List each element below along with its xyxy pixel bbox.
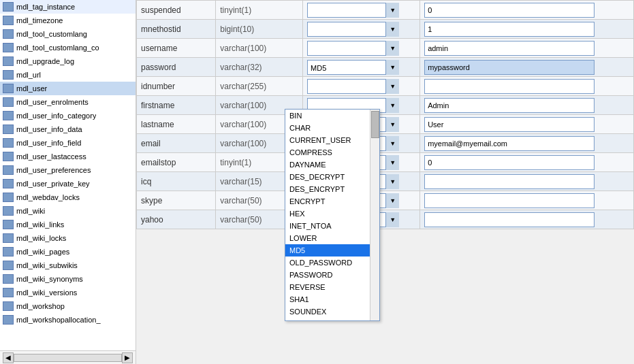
field-type: bigint(10) [216, 20, 303, 39]
sidebar-item-label: mdl_user_private_key [16, 180, 90, 188]
sidebar-item-mdl_user_preferences[interactable]: mdl_user_preferences [0, 163, 136, 177]
dropdown-option[interactable]: DAYNAME [285, 159, 379, 171]
sidebar-item-label: mdl_user_info_field [16, 139, 81, 147]
field-name: lastname [137, 115, 216, 134]
sidebar-item-mdl_user[interactable]: mdl_user [0, 82, 136, 95]
dropdown-option[interactable]: BIN [285, 110, 379, 122]
field-value-input[interactable] [424, 41, 595, 56]
table-row: emailvarchar(100)▼ [137, 134, 634, 153]
field-name: email [137, 134, 216, 153]
sidebar-scrollbar[interactable] [14, 354, 122, 362]
dropdown-option[interactable]: ENCRYPT [285, 195, 379, 208]
sidebar-item-mdl_timezone[interactable]: mdl_timezone [0, 14, 136, 27]
dropdown-display[interactable] [307, 22, 399, 37]
dropdown-display[interactable]: MD5 [307, 60, 399, 75]
field-function-dropdown[interactable]: ▼ [303, 1, 420, 20]
table-row: mnethostidbigint(10)▼ [137, 20, 634, 39]
sidebar-item-mdl_user_enrolments[interactable]: mdl_user_enrolments [0, 95, 136, 109]
table-icon [3, 84, 14, 93]
field-value-input[interactable] [424, 60, 595, 75]
sidebar-item-mdl_upgrade_log[interactable]: mdl_upgrade_log [0, 54, 136, 68]
field-function-dropdown[interactable]: ▼ [303, 20, 420, 39]
sidebar-item-mdl_wiki_subwikis[interactable]: mdl_wiki_subwikis [0, 259, 136, 272]
sidebar-item-mdl_wiki_pages[interactable]: mdl_wiki_pages [0, 245, 136, 259]
field-value-input[interactable] [424, 155, 595, 170]
table-row: skypevarchar(50)▼ [137, 191, 634, 210]
dropdown-option[interactable]: COMPRESS [285, 146, 379, 159]
table-icon [3, 301, 14, 311]
table-row: emailstoptinyint(1)▼ [137, 153, 634, 172]
table-icon [3, 261, 14, 270]
sidebar-item-mdl_wiki_synonyms[interactable]: mdl_wiki_synonyms [0, 272, 136, 286]
field-value-input[interactable] [424, 22, 595, 37]
sidebar-item-label: mdl_wiki_pages [16, 248, 69, 256]
dropdown-option[interactable]: HEX [285, 208, 379, 220]
field-value-input[interactable] [424, 212, 595, 227]
field-function-dropdown[interactable]: ▼ [303, 39, 420, 58]
dropdown-option[interactable]: CHAR [285, 122, 379, 134]
sidebar-item-mdl_user_info_data[interactable]: mdl_user_info_data [0, 122, 136, 136]
table-row: usernamevarchar(100)▼ [137, 39, 634, 58]
sidebar-item-mdl_wiki_locks[interactable]: mdl_wiki_locks [0, 231, 136, 245]
sidebar-item-mdl_user_lastaccess[interactable]: mdl_user_lastaccess [0, 150, 136, 163]
sidebar-item-mdl_webdav_locks[interactable]: mdl_webdav_locks [0, 191, 136, 204]
field-name: firstname [137, 96, 216, 115]
field-value-input[interactable] [424, 136, 595, 151]
field-name: icq [137, 172, 216, 191]
dropdown-option[interactable]: PASSWORD [285, 269, 379, 281]
table-area: suspendedtinyint(1)▼mnethostidbigint(10)… [136, 0, 634, 364]
dropdown-option[interactable]: CURRENT_USER [285, 134, 379, 146]
dropdown-option[interactable]: SOUNDEX [285, 305, 379, 318]
dropdown-option[interactable]: SPACE [285, 318, 379, 320]
sidebar-item-mdl_workshop[interactable]: mdl_workshop [0, 299, 136, 313]
dropdown-option[interactable]: MD5 [285, 244, 379, 257]
main-panel: suspendedtinyint(1)▼mnethostidbigint(10)… [136, 0, 634, 364]
field-function-dropdown[interactable]: MD5▼ [303, 58, 420, 77]
sidebar-item-mdl_tool_customlang_co[interactable]: mdl_tool_customlang_co [0, 41, 136, 54]
sidebar-item-mdl_tool_customlang[interactable]: mdl_tool_customlang [0, 27, 136, 41]
dropdown-option[interactable]: DES_DECRYPT [285, 171, 379, 183]
field-function-dropdown[interactable]: ▼ [303, 77, 420, 96]
sidebar-item-mdl_user_info_category[interactable]: mdl_user_info_category [0, 109, 136, 122]
function-dropdown-list[interactable]: BINCHARCURRENT_USERCOMPRESSDAYNAMEDES_DE… [285, 109, 380, 321]
dropdown-scrollbar-track[interactable] [370, 110, 379, 320]
sidebar-item-mdl_tag_instance[interactable]: mdl_tag_instance [0, 0, 136, 14]
table-row: passwordvarchar(32)MD5▼ [137, 58, 634, 77]
table-row: yahoovarchar(50)▼ [137, 210, 634, 229]
field-value-input[interactable] [424, 117, 595, 132]
field-value-input[interactable] [424, 98, 595, 113]
sidebar-item-label: mdl_wiki_versions [16, 288, 77, 297]
field-name: yahoo [137, 210, 216, 229]
dropdown-wrapper: ▼ [307, 22, 399, 37]
sidebar-item-mdl_workshopallocation_[interactable]: mdl_workshopallocation_ [0, 313, 136, 327]
dropdown-option[interactable]: LOWER [285, 232, 379, 244]
table-row: lastnamevarchar(100)▼ [137, 115, 634, 134]
field-value-cell [420, 20, 634, 39]
sidebar-item-mdl_wiki_links[interactable]: mdl_wiki_links [0, 218, 136, 231]
dropdown-display[interactable] [307, 41, 399, 56]
dropdown-wrapper: MD5▼ [307, 60, 399, 75]
dropdown-display[interactable] [307, 3, 399, 18]
dropdown-option[interactable]: OLD_PASSWORD [285, 257, 379, 269]
table-row: idnumbervarchar(255)▼ [137, 77, 634, 96]
sidebar-item-mdl_url[interactable]: mdl_url [0, 68, 136, 82]
dropdown-option[interactable]: DES_ENCRYPT [285, 183, 379, 195]
sidebar-item-mdl_wiki_versions[interactable]: mdl_wiki_versions [0, 286, 136, 299]
sidebar-item-label: mdl_timezone [16, 16, 63, 24]
dropdown-option[interactable]: SHA1 [285, 293, 379, 305]
field-value-input[interactable] [424, 193, 595, 208]
table-icon [3, 138, 14, 148]
sidebar-item-mdl_wiki[interactable]: mdl_wiki [0, 204, 136, 218]
sidebar-scroll-right[interactable]: ▶ [122, 352, 133, 363]
sidebar-item-mdl_user_private_key[interactable]: mdl_user_private_key [0, 177, 136, 191]
sidebar-item-mdl_user_info_field[interactable]: mdl_user_info_field [0, 136, 136, 150]
field-value-input[interactable] [424, 174, 595, 189]
dropdown-option[interactable]: REVERSE [285, 281, 379, 293]
sidebar-scroll-left[interactable]: ◀ [3, 352, 14, 363]
field-value-input[interactable] [424, 3, 595, 18]
dropdown-display[interactable] [307, 79, 399, 94]
dropdown-wrapper: ▼ [307, 3, 399, 18]
dropdown-scrollbar-thumb[interactable] [371, 111, 379, 138]
field-value-input[interactable] [424, 79, 595, 94]
dropdown-option[interactable]: INET_NTOA [285, 220, 379, 232]
